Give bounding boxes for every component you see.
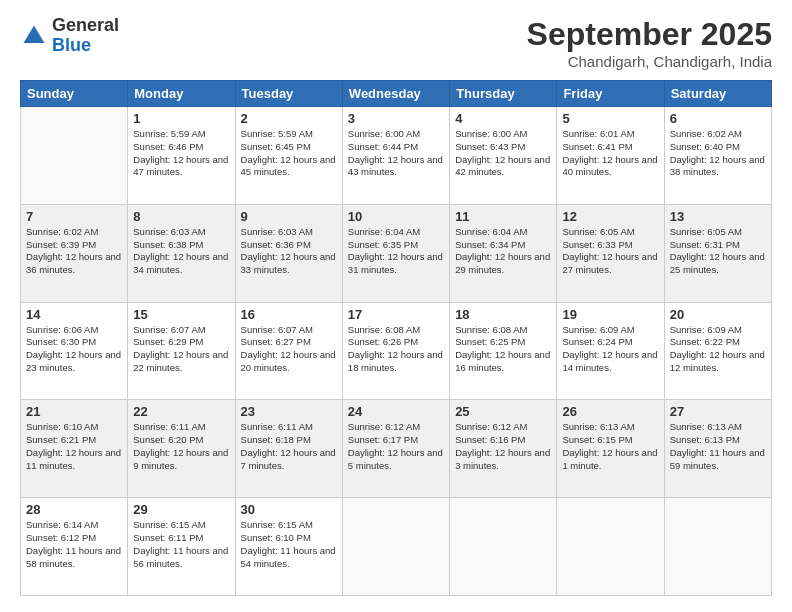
day-info: Sunrise: 6:15 AM Sunset: 6:10 PM Dayligh… (241, 519, 337, 570)
day-number: 18 (455, 307, 551, 322)
table-row (342, 498, 449, 596)
day-info: Sunrise: 6:11 AM Sunset: 6:18 PM Dayligh… (241, 421, 337, 472)
logo-general-text: General (52, 15, 119, 35)
day-number: 9 (241, 209, 337, 224)
day-number: 13 (670, 209, 766, 224)
day-number: 12 (562, 209, 658, 224)
day-number: 19 (562, 307, 658, 322)
col-saturday: Saturday (664, 81, 771, 107)
table-row: 30Sunrise: 6:15 AM Sunset: 6:10 PM Dayli… (235, 498, 342, 596)
day-info: Sunrise: 6:11 AM Sunset: 6:20 PM Dayligh… (133, 421, 229, 472)
day-info: Sunrise: 6:10 AM Sunset: 6:21 PM Dayligh… (26, 421, 122, 472)
month-title: September 2025 (527, 16, 772, 53)
table-row: 13Sunrise: 6:05 AM Sunset: 6:31 PM Dayli… (664, 204, 771, 302)
day-number: 1 (133, 111, 229, 126)
day-info: Sunrise: 5:59 AM Sunset: 6:45 PM Dayligh… (241, 128, 337, 179)
table-row: 10Sunrise: 6:04 AM Sunset: 6:35 PM Dayli… (342, 204, 449, 302)
table-row: 6Sunrise: 6:02 AM Sunset: 6:40 PM Daylig… (664, 107, 771, 205)
table-row (664, 498, 771, 596)
day-number: 7 (26, 209, 122, 224)
table-row: 24Sunrise: 6:12 AM Sunset: 6:17 PM Dayli… (342, 400, 449, 498)
table-row: 20Sunrise: 6:09 AM Sunset: 6:22 PM Dayli… (664, 302, 771, 400)
table-row: 23Sunrise: 6:11 AM Sunset: 6:18 PM Dayli… (235, 400, 342, 498)
day-number: 16 (241, 307, 337, 322)
day-number: 24 (348, 404, 444, 419)
table-row: 26Sunrise: 6:13 AM Sunset: 6:15 PM Dayli… (557, 400, 664, 498)
calendar-week-row: 1Sunrise: 5:59 AM Sunset: 6:46 PM Daylig… (21, 107, 772, 205)
day-info: Sunrise: 6:05 AM Sunset: 6:33 PM Dayligh… (562, 226, 658, 277)
col-friday: Friday (557, 81, 664, 107)
table-row: 2Sunrise: 5:59 AM Sunset: 6:45 PM Daylig… (235, 107, 342, 205)
day-info: Sunrise: 6:08 AM Sunset: 6:25 PM Dayligh… (455, 324, 551, 375)
col-monday: Monday (128, 81, 235, 107)
day-number: 28 (26, 502, 122, 517)
day-info: Sunrise: 6:12 AM Sunset: 6:17 PM Dayligh… (348, 421, 444, 472)
table-row: 1Sunrise: 5:59 AM Sunset: 6:46 PM Daylig… (128, 107, 235, 205)
calendar-week-row: 28Sunrise: 6:14 AM Sunset: 6:12 PM Dayli… (21, 498, 772, 596)
table-row: 14Sunrise: 6:06 AM Sunset: 6:30 PM Dayli… (21, 302, 128, 400)
day-info: Sunrise: 6:02 AM Sunset: 6:39 PM Dayligh… (26, 226, 122, 277)
table-row: 21Sunrise: 6:10 AM Sunset: 6:21 PM Dayli… (21, 400, 128, 498)
day-number: 21 (26, 404, 122, 419)
day-info: Sunrise: 5:59 AM Sunset: 6:46 PM Dayligh… (133, 128, 229, 179)
table-row: 25Sunrise: 6:12 AM Sunset: 6:16 PM Dayli… (450, 400, 557, 498)
logo-blue-text: Blue (52, 35, 91, 55)
day-number: 6 (670, 111, 766, 126)
table-row: 11Sunrise: 6:04 AM Sunset: 6:34 PM Dayli… (450, 204, 557, 302)
day-number: 17 (348, 307, 444, 322)
table-row: 8Sunrise: 6:03 AM Sunset: 6:38 PM Daylig… (128, 204, 235, 302)
title-block: September 2025 Chandigarh, Chandigarh, I… (527, 16, 772, 70)
day-info: Sunrise: 6:12 AM Sunset: 6:16 PM Dayligh… (455, 421, 551, 472)
logo: General Blue (20, 16, 119, 56)
location-subtitle: Chandigarh, Chandigarh, India (527, 53, 772, 70)
day-info: Sunrise: 6:03 AM Sunset: 6:36 PM Dayligh… (241, 226, 337, 277)
day-number: 4 (455, 111, 551, 126)
table-row: 9Sunrise: 6:03 AM Sunset: 6:36 PM Daylig… (235, 204, 342, 302)
day-info: Sunrise: 6:08 AM Sunset: 6:26 PM Dayligh… (348, 324, 444, 375)
day-info: Sunrise: 6:04 AM Sunset: 6:34 PM Dayligh… (455, 226, 551, 277)
calendar-table: Sunday Monday Tuesday Wednesday Thursday… (20, 80, 772, 596)
day-info: Sunrise: 6:13 AM Sunset: 6:15 PM Dayligh… (562, 421, 658, 472)
table-row: 3Sunrise: 6:00 AM Sunset: 6:44 PM Daylig… (342, 107, 449, 205)
day-number: 27 (670, 404, 766, 419)
table-row: 5Sunrise: 6:01 AM Sunset: 6:41 PM Daylig… (557, 107, 664, 205)
day-number: 30 (241, 502, 337, 517)
day-info: Sunrise: 6:07 AM Sunset: 6:27 PM Dayligh… (241, 324, 337, 375)
table-row: 17Sunrise: 6:08 AM Sunset: 6:26 PM Dayli… (342, 302, 449, 400)
table-row (557, 498, 664, 596)
day-info: Sunrise: 6:09 AM Sunset: 6:24 PM Dayligh… (562, 324, 658, 375)
day-info: Sunrise: 6:05 AM Sunset: 6:31 PM Dayligh… (670, 226, 766, 277)
col-thursday: Thursday (450, 81, 557, 107)
table-row: 27Sunrise: 6:13 AM Sunset: 6:13 PM Dayli… (664, 400, 771, 498)
day-info: Sunrise: 6:13 AM Sunset: 6:13 PM Dayligh… (670, 421, 766, 472)
day-info: Sunrise: 6:15 AM Sunset: 6:11 PM Dayligh… (133, 519, 229, 570)
table-row: 18Sunrise: 6:08 AM Sunset: 6:25 PM Dayli… (450, 302, 557, 400)
table-row: 28Sunrise: 6:14 AM Sunset: 6:12 PM Dayli… (21, 498, 128, 596)
table-row: 29Sunrise: 6:15 AM Sunset: 6:11 PM Dayli… (128, 498, 235, 596)
day-info: Sunrise: 6:06 AM Sunset: 6:30 PM Dayligh… (26, 324, 122, 375)
day-info: Sunrise: 6:02 AM Sunset: 6:40 PM Dayligh… (670, 128, 766, 179)
day-info: Sunrise: 6:00 AM Sunset: 6:43 PM Dayligh… (455, 128, 551, 179)
table-row (450, 498, 557, 596)
day-number: 10 (348, 209, 444, 224)
day-number: 15 (133, 307, 229, 322)
day-info: Sunrise: 6:00 AM Sunset: 6:44 PM Dayligh… (348, 128, 444, 179)
table-row: 15Sunrise: 6:07 AM Sunset: 6:29 PM Dayli… (128, 302, 235, 400)
table-row (21, 107, 128, 205)
day-info: Sunrise: 6:14 AM Sunset: 6:12 PM Dayligh… (26, 519, 122, 570)
table-row: 4Sunrise: 6:00 AM Sunset: 6:43 PM Daylig… (450, 107, 557, 205)
calendar-week-row: 14Sunrise: 6:06 AM Sunset: 6:30 PM Dayli… (21, 302, 772, 400)
day-number: 23 (241, 404, 337, 419)
day-number: 3 (348, 111, 444, 126)
day-number: 22 (133, 404, 229, 419)
header: General Blue September 2025 Chandigarh, … (20, 16, 772, 70)
table-row: 16Sunrise: 6:07 AM Sunset: 6:27 PM Dayli… (235, 302, 342, 400)
day-number: 14 (26, 307, 122, 322)
col-sunday: Sunday (21, 81, 128, 107)
day-number: 20 (670, 307, 766, 322)
day-number: 25 (455, 404, 551, 419)
day-number: 2 (241, 111, 337, 126)
logo-text: General Blue (52, 16, 119, 56)
logo-icon (20, 22, 48, 50)
day-number: 26 (562, 404, 658, 419)
